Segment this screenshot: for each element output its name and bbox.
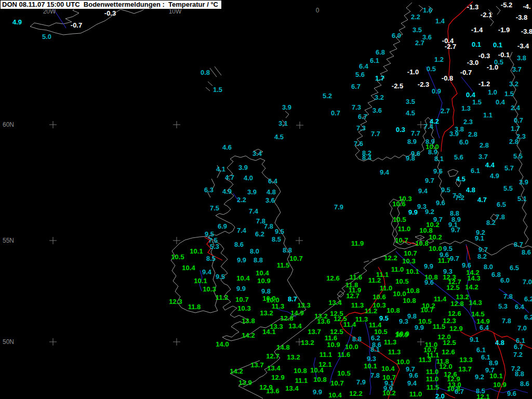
station-temp-reading: -4. [523, 3, 530, 10]
station-temp-reading: 6.8 [491, 271, 501, 278]
station-temp-reading: 12.1 [476, 393, 489, 399]
station-temp-reading: 11.0 [409, 391, 422, 397]
station-temp-reading: 11.2 [216, 294, 229, 301]
station-temp-reading: 4.5 [456, 176, 466, 182]
station-temp-reading: 7.6 [354, 140, 363, 147]
station-temp-reading: 3.8 [517, 55, 526, 61]
station-temp-reading: 6.4 [480, 324, 489, 331]
graticule-cross [296, 237, 303, 244]
graticule-label: 0 [316, 7, 320, 14]
station-temp-reading: 13.4 [285, 385, 298, 392]
station-temp-reading: 8.1 [370, 346, 380, 353]
station-temp-reading: 10.0 [396, 358, 409, 365]
station-temp-reading: 9.8 [261, 288, 271, 295]
station-temp-reading: 12.7 [346, 292, 359, 299]
station-temp-reading: 9.6 [462, 262, 471, 269]
station-temp-reading: 7.4 [249, 208, 258, 215]
station-temp-reading: 9.1 [475, 235, 484, 242]
station-temp-reading: 3.7 [512, 66, 522, 73]
station-temp-reading: 14.0 [216, 341, 229, 348]
station-temp-reading: 11.7 [438, 257, 451, 264]
station-temp-reading: -2.7 [445, 43, 456, 50]
station-temp-reading: 13.4 [267, 365, 280, 371]
station-temp-reading: 6.3 [204, 187, 214, 193]
station-temp-reading: 0.3 [396, 126, 405, 133]
station-temp-reading: 7.9 [334, 204, 343, 210]
station-temp-reading: 0.7 [514, 117, 523, 124]
station-temp-reading: -2.5 [392, 83, 403, 89]
station-temp-reading: 3.2 [375, 94, 384, 101]
station-temp-reading: 11.5 [433, 323, 446, 330]
station-temp-reading: -2.3 [418, 81, 429, 88]
station-temp-reading: 11.0 [380, 285, 393, 291]
station-temp-reading: 5.0 [42, 33, 51, 40]
station-temp-reading: 7.7 [411, 130, 420, 137]
station-temp-reading: 4.8 [495, 339, 504, 346]
station-temp-reading: 12.7 [266, 353, 279, 360]
station-temp-reading: 9.9 [237, 257, 246, 263]
station-temp-reading: 2.3 [463, 118, 473, 125]
station-temp-reading: 5.3 [498, 303, 508, 310]
graticule-cross [49, 121, 57, 128]
station-temp-reading: 8.9 [407, 138, 417, 145]
station-temp-reading: 3.1 [278, 120, 288, 127]
station-temp-reading: 11.0 [391, 266, 404, 273]
station-temp-reading: 5.5 [503, 185, 513, 192]
station-temp-reading: 9.4 [418, 188, 428, 194]
station-temp-reading: 10.7 [404, 250, 417, 257]
station-temp-reading: 13.8 [242, 317, 255, 324]
station-temp-reading: -3.8 [521, 28, 532, 35]
station-temp-reading: 10.4 [182, 264, 195, 271]
graticule-cross [296, 122, 303, 129]
station-temp-reading: 7.4 [237, 227, 246, 234]
station-temp-reading: 11.3 [355, 316, 368, 323]
station-temp-reading: 10.7 [289, 255, 302, 262]
station-temp-reading: 13.2 [287, 354, 300, 361]
station-temp-reading: 11.3 [419, 356, 432, 363]
station-temp-reading: 14.5 [471, 311, 484, 317]
station-temp-reading: 1.7 [511, 125, 520, 132]
station-temp-reading: 6.2 [255, 231, 264, 237]
station-temp-reading: 0.9 [432, 88, 441, 95]
station-temp-reading: 0.1 [472, 41, 481, 48]
station-temp-reading: 4.9 [490, 172, 499, 179]
station-temp-reading: 10.4 [381, 365, 394, 372]
station-temp-reading: -3.8 [516, 14, 527, 21]
station-temp-reading: 9.6 [507, 390, 516, 397]
station-temp-reading: 10.8 [415, 240, 428, 247]
station-temp-reading: 9.4 [380, 169, 389, 176]
station-temp-reading: 11.3 [272, 303, 285, 310]
station-temp-reading: 11.0 [398, 225, 411, 232]
station-temp-reading: 11.5 [427, 384, 440, 391]
station-temp-reading: 10.4 [328, 392, 341, 398]
station-temp-reading: 4.0 [244, 175, 253, 181]
station-temp-reading: 8.4 [362, 154, 371, 161]
station-temp-reading: 7.0 [517, 325, 527, 331]
station-temp-reading: 10.6 [392, 201, 405, 207]
station-temp-reading: 7.0 [523, 278, 532, 285]
station-temp-reading: 0.5 [427, 65, 436, 72]
station-temp-reading: 9.4 [202, 269, 211, 275]
station-temp-reading: 14.2 [230, 368, 243, 375]
station-temp-reading: 5.6 [355, 71, 365, 78]
station-temp-reading: 3.5 [406, 98, 415, 105]
station-temp-reading: 2.8 [468, 131, 477, 138]
station-temp-reading: 3.9 [519, 179, 528, 185]
station-temp-reading: 3.6 [373, 107, 382, 114]
station-temp-reading: 7.9 [356, 379, 366, 385]
station-temp-reading: 1.2 [434, 56, 444, 63]
station-temp-reading: 10.3 [203, 286, 216, 292]
station-temp-reading: 9.6 [424, 279, 434, 286]
station-temp-reading: 10.4 [256, 270, 269, 276]
station-temp-reading: 13.3 [297, 302, 310, 309]
station-temp-reading: 12.0 [439, 363, 452, 370]
station-temp-reading: 13.2 [301, 339, 314, 346]
station-temp-reading: 4.1 [216, 166, 225, 172]
station-temp-reading: -0.1 [498, 51, 510, 58]
station-temp-reading: 7.3 [352, 104, 361, 111]
station-temp-reading: 6.1 [370, 57, 379, 64]
station-temp-reading: 8.9 [489, 360, 498, 366]
station-temp-reading: 10.9 [395, 331, 408, 338]
station-temp-reading: 12.6 [326, 275, 339, 282]
station-temp-reading: 3.9 [238, 164, 248, 171]
